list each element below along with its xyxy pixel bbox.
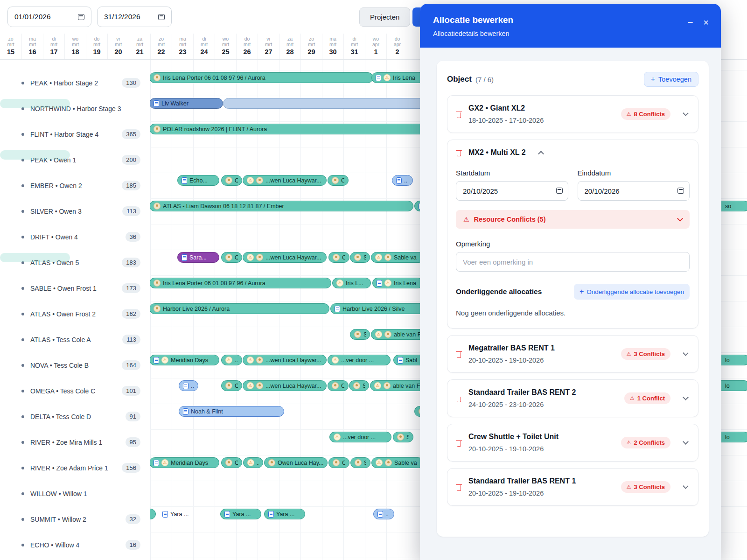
bar-label: O... <box>235 254 238 261</box>
date-to-input[interactable]: 31/12/2026 <box>97 7 172 27</box>
add-underlying-allocation-button[interactable]: + Onderliggende allocatie toevoegen <box>574 284 690 300</box>
resource-row[interactable]: DRIFT • Owen 436 <box>0 224 150 250</box>
gantt-bar[interactable]: Iris Lena Porter 06 01 08 97 96 / Aurora <box>149 72 373 83</box>
gantt-bar[interactable]: S... <box>393 432 413 442</box>
gantt-bar[interactable]: Sara... <box>177 252 219 263</box>
gantt-bar[interactable]: .. <box>373 509 394 519</box>
gantt-bar[interactable]: Yara ... <box>159 509 197 519</box>
gantt-bar[interactable]: O... <box>328 380 349 391</box>
chevron-down-icon[interactable] <box>683 350 689 356</box>
trash-icon[interactable] <box>456 149 462 156</box>
resource-row[interactable]: SUMMIT • Willow 232 <box>0 506 150 532</box>
resource-row[interactable]: ATLAS • Owen Frost 2162 <box>0 301 150 327</box>
gantt-bar[interactable]: O... <box>221 252 242 263</box>
resource-row[interactable]: FLINT • Harbor Stage 4365 <box>0 121 150 147</box>
trash-icon[interactable] <box>456 111 462 118</box>
gantt-bar[interactable]: O... <box>221 457 242 468</box>
close-icon[interactable]: × <box>703 18 709 27</box>
gantt-bar[interactable]: so <box>721 201 747 211</box>
gantt-bar[interactable]: .. <box>392 175 413 186</box>
resource-row[interactable]: OMEGA • Tess Cole C101 <box>0 378 150 404</box>
gantt-bar[interactable]: POLAR roadshow 2026 | FLINT / Aurora <box>149 124 457 134</box>
gantt-bar[interactable]: Owen Luca Hay... <box>264 457 328 468</box>
resource-count-badge: 101 <box>122 386 140 396</box>
trash-icon[interactable] <box>456 350 462 358</box>
minimize-icon[interactable]: − <box>688 18 693 27</box>
resource-row[interactable]: DELTA • Tess Cole D91 <box>0 404 150 429</box>
resource-row[interactable]: NORTHWIND • Harbor Stage 3 <box>0 96 150 121</box>
gantt-bar[interactable]: ⚠Iris Lena <box>371 72 427 83</box>
object-card: Megatrailer BAS RENT 120-10-2025 - 19-10… <box>447 335 698 373</box>
gantt-bar[interactable]: S... <box>349 380 369 391</box>
gantt-bar[interactable]: ⚠...wen Luca Haywar... <box>243 355 327 365</box>
resource-row[interactable]: PEAK • Harbor Stage 2130 <box>0 70 150 96</box>
gantt-bar[interactable]: lo <box>721 432 747 442</box>
gantt-bar[interactable]: S... <box>350 252 370 263</box>
gantt-bar[interactable]: Harbor Live 2026 / Aurora <box>149 303 329 314</box>
document-icon <box>377 511 383 518</box>
bar-label: able van F <box>393 383 420 389</box>
gantt-bar[interactable]: Yara ... <box>264 509 305 519</box>
gantt-bar[interactable]: O... <box>221 175 242 186</box>
gantt-bar[interactable]: ⚠Iris Lena <box>372 278 424 288</box>
resource-row[interactable]: ATLAS • Owen 5183 <box>0 250 150 275</box>
bar-label: lo <box>725 357 730 364</box>
resource-row[interactable]: ECHO • Willow 416 <box>0 532 150 558</box>
resource-row[interactable]: PEAK • Owen 1200 <box>0 147 150 173</box>
gantt-bar[interactable]: Echo... <box>177 175 219 186</box>
gantt-bar[interactable]: Iris Lena Porter 06 01 08 97 96 / Aurora <box>149 278 331 288</box>
resource-row[interactable]: SABLE • Owen Frost 1173 <box>0 275 150 301</box>
chevron-down-icon[interactable] <box>683 394 689 400</box>
gantt-bar[interactable]: ⚠Meridian Days <box>149 355 219 365</box>
resource-row[interactable]: RIVER • Zoe Adam Price 1156 <box>0 455 150 481</box>
gantt-bar[interactable]: .. <box>179 380 198 391</box>
resource-row[interactable]: NOVA • Tess Cole B164 <box>0 352 150 378</box>
projects-button[interactable]: Projecten <box>359 7 410 27</box>
resource-row[interactable]: EMBER • Owen 2185 <box>0 173 150 198</box>
gantt-bar[interactable]: ATLAS - Liam Dawson 06 18 12 81 87 / Emb… <box>149 201 413 211</box>
bar-label: Liv Walker <box>161 100 188 107</box>
gantt-bar[interactable]: ⚠...wen Luca Haywar... <box>243 252 327 263</box>
trash-icon[interactable] <box>456 439 462 447</box>
add-object-button[interactable]: + Toevoegen <box>644 72 698 87</box>
date-from-value: 01/01/2026 <box>14 13 51 21</box>
gantt-bar[interactable]: O... <box>328 175 349 186</box>
gantt-bar[interactable]: ⚠...wen Luca Haywar... <box>243 175 327 186</box>
gantt-bar[interactable]: Yara ... <box>220 509 261 519</box>
gantt-bar[interactable]: O... <box>221 380 242 391</box>
resource-row[interactable]: RIVER • Zoe Mira Mills 195 <box>0 429 150 455</box>
gantt-bar[interactable]: ⚠Iris L... <box>332 278 371 288</box>
gantt-bar[interactable]: ⚠.. <box>243 457 263 468</box>
gantt-bar[interactable]: Noah & Flint <box>179 406 284 417</box>
resource-conflicts-banner[interactable]: ⚠ Resource Conflicts (5) <box>456 210 690 229</box>
date-to-value: 31/12/2026 <box>104 13 140 21</box>
gantt-bar[interactable]: S... <box>350 457 370 468</box>
chevron-down-icon[interactable] <box>683 483 689 489</box>
trash-icon[interactable] <box>456 395 462 402</box>
gantt-bar[interactable]: lo <box>721 380 747 391</box>
chevron-down-icon[interactable] <box>683 110 689 116</box>
resource-row[interactable]: WILLOW • Willow 1 <box>0 481 150 506</box>
gantt-bar[interactable]: lo <box>721 355 747 365</box>
gantt-bar[interactable]: ⚠...ver door ... <box>328 355 391 365</box>
trash-icon[interactable] <box>456 483 462 491</box>
date-from-input[interactable]: 01/01/2026 <box>7 7 91 27</box>
chevron-up-icon[interactable] <box>538 151 544 157</box>
start-date-input[interactable] <box>456 181 568 201</box>
gantt-bar[interactable]: Liv Walker <box>149 98 223 109</box>
gantt-bar[interactable]: ⚠.. <box>221 355 242 365</box>
resource-row[interactable]: SILVER • Owen 3113 <box>0 198 150 224</box>
end-date-input[interactable] <box>578 181 690 201</box>
gantt-bar[interactable]: ⚠Meridian Days <box>149 457 219 468</box>
comment-input[interactable] <box>456 252 690 272</box>
gantt-bar[interactable]: ⚠Sable va <box>371 457 424 468</box>
gantt-bar[interactable]: ⚠Sable va <box>371 252 425 263</box>
gantt-bar[interactable]: ⚠...ver door ... <box>329 432 391 442</box>
resource-row[interactable]: ATLAS • Tess Cole A113 <box>0 327 150 352</box>
gantt-bar[interactable]: O... <box>328 252 349 263</box>
document-icon <box>182 254 187 261</box>
chevron-down-icon[interactable] <box>683 439 689 445</box>
gantt-bar[interactable]: ⚠...wen Luca Haywar... <box>243 380 327 391</box>
gantt-bar[interactable]: O... <box>328 457 349 468</box>
gantt-bar[interactable]: S... <box>350 329 370 340</box>
